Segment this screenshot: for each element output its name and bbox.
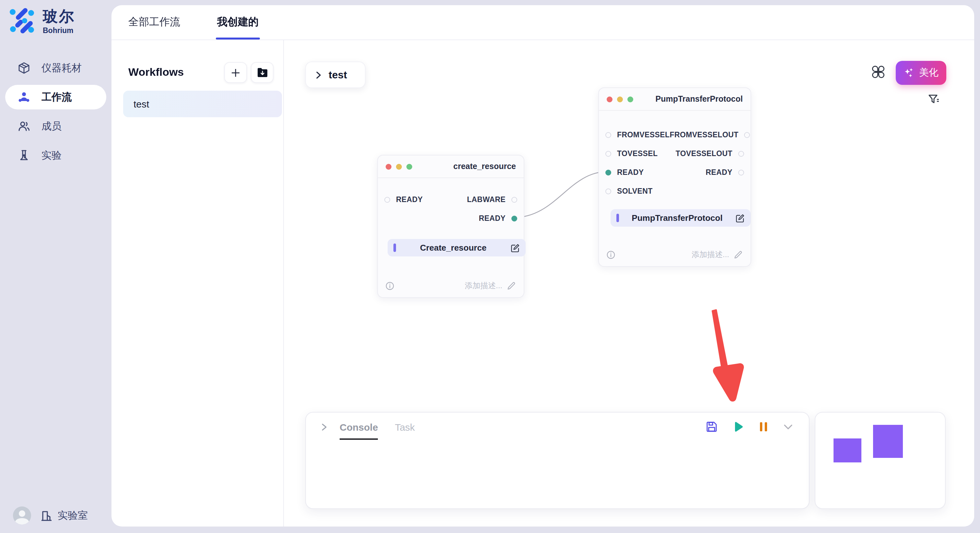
sparkles-icon: [904, 67, 915, 78]
sidebar-item-members[interactable]: 成员: [5, 114, 106, 139]
port-circle-connected[interactable]: [605, 169, 611, 175]
console-panel: Console Task: [305, 412, 810, 509]
pause-button[interactable]: [759, 422, 768, 432]
traffic-red-dot: [607, 96, 612, 102]
node-action-label: PumpTransferProtocol: [619, 213, 736, 223]
workflow-person-icon: [18, 90, 30, 104]
node-pump-transfer-protocol[interactable]: PumpTransferProtocol FROMVESSEL FROMVESS…: [598, 87, 751, 267]
pencil-icon: [734, 251, 742, 259]
workflow-canvas[interactable]: test 美化: [284, 40, 974, 527]
plus-icon: [231, 68, 240, 78]
add-workflow-button[interactable]: [224, 62, 247, 83]
port-circle[interactable]: [605, 132, 611, 138]
console-output-area[interactable]: [306, 441, 809, 508]
port-tovessel-in[interactable]: TOVESSEL: [605, 150, 658, 157]
bohrium-logo-icon: [9, 8, 35, 34]
port-circle[interactable]: [605, 188, 611, 194]
port-fromvessel-in[interactable]: FROMVESSEL: [605, 131, 670, 139]
add-description[interactable]: 添加描述...: [692, 249, 742, 260]
sidebar-menu: 仪器耗材 工作流: [5, 56, 106, 168]
port-circle[interactable]: [511, 197, 517, 202]
sidebar: 玻尔 Bohrium 仪器耗材: [0, 0, 111, 533]
members-icon: [18, 120, 30, 133]
edit-square-icon[interactable]: [511, 243, 520, 252]
info-icon[interactable]: [386, 282, 394, 290]
add-description[interactable]: 添加描述...: [465, 281, 515, 292]
minimap[interactable]: [815, 412, 946, 509]
text-caret: [393, 244, 396, 252]
play-icon: [732, 421, 744, 433]
minimap-node-pump-transfer: [873, 425, 903, 458]
command-palette-button[interactable]: [871, 65, 885, 79]
chevron-right-icon: [314, 71, 322, 79]
lab-switcher[interactable]: 实验室: [40, 509, 88, 522]
clover-command-icon: [871, 65, 885, 79]
save-button[interactable]: [706, 421, 718, 433]
node-title: PumpTransferProtocol: [655, 95, 743, 104]
info-icon[interactable]: [607, 251, 615, 259]
port-labware-out[interactable]: LABWARE: [467, 195, 517, 203]
port-ready-in[interactable]: READY: [605, 168, 644, 176]
description-placeholder: 添加描述...: [692, 249, 729, 260]
import-workflow-button[interactable]: [251, 62, 274, 83]
minimap-node-create-resource: [834, 438, 861, 462]
node-header: PumpTransferProtocol: [599, 88, 751, 111]
brand-name-zh: 玻尔: [43, 9, 75, 24]
node-create-resource[interactable]: create_resource READY LABWARE: [377, 155, 524, 298]
node-action-button[interactable]: Create_resource: [388, 239, 526, 257]
traffic-green-dot: [627, 96, 633, 102]
port-circle-connected[interactable]: [511, 215, 517, 221]
pencil-icon: [507, 282, 515, 290]
port-circle[interactable]: [738, 169, 744, 175]
workflow-list-item-test[interactable]: test: [123, 90, 282, 117]
folder-import-icon: [256, 67, 268, 78]
text-caret: [616, 214, 619, 222]
tab-console[interactable]: Console: [340, 414, 378, 440]
brand: 玻尔 Bohrium: [9, 8, 75, 35]
node-action-button[interactable]: PumpTransferProtocol: [611, 209, 751, 227]
port-circle[interactable]: [605, 151, 611, 156]
brand-name-en: Bohrium: [43, 27, 75, 35]
filter-button[interactable]: [928, 93, 940, 106]
collapse-console-button[interactable]: [783, 422, 793, 432]
tab-task[interactable]: Task: [395, 414, 415, 440]
port-ready-in[interactable]: READY: [384, 195, 423, 203]
tab-all-workflows[interactable]: 全部工作流: [128, 5, 180, 40]
filter-funnel-icon: [928, 93, 940, 106]
console-expand-button[interactable]: [320, 423, 328, 431]
sidebar-footer: 实验室: [13, 506, 88, 525]
node-title: create_resource: [453, 162, 516, 171]
sidebar-item-label: 成员: [41, 119, 62, 133]
tab-my-created[interactable]: 我创建的: [217, 5, 259, 40]
breadcrumb[interactable]: test: [305, 62, 366, 88]
sidebar-item-experiment[interactable]: 实验: [5, 143, 106, 168]
port-fromvesselout-out[interactable]: FROMVESSELOUT: [670, 131, 750, 139]
port-ready-out[interactable]: READY: [479, 214, 517, 222]
node-header: create_resource: [378, 155, 524, 178]
app-window: 玻尔 Bohrium 仪器耗材: [0, 0, 980, 533]
port-circle[interactable]: [738, 151, 744, 156]
avatar[interactable]: [13, 506, 31, 525]
sidebar-item-label: 工作流: [41, 90, 72, 104]
node-footer: 添加描述...: [607, 249, 742, 260]
port-ready-out[interactable]: READY: [705, 168, 744, 176]
lab-label: 实验室: [58, 509, 88, 522]
port-circle[interactable]: [745, 132, 750, 138]
sidebar-item-workflow[interactable]: 工作流: [5, 85, 106, 109]
port-tovesselout-out[interactable]: TOVESSELOUT: [676, 150, 744, 157]
beautify-label: 美化: [919, 67, 939, 79]
node-action-label: Create_resource: [396, 243, 511, 252]
beautify-button[interactable]: 美化: [896, 61, 946, 85]
building-icon: [40, 509, 52, 522]
port-solvent-in[interactable]: SOLVENT: [605, 187, 653, 195]
edit-square-icon[interactable]: [736, 213, 745, 222]
traffic-yellow-dot: [396, 163, 402, 169]
run-button[interactable]: [732, 421, 744, 433]
port-circle[interactable]: [384, 197, 390, 202]
console-toolbar: Console Task: [306, 412, 809, 441]
workflows-panel: Workflows: [111, 40, 284, 527]
main-card: 全部工作流 我创建的 Workflows: [111, 5, 974, 527]
active-tab-underline: [216, 38, 260, 40]
workflows-title: Workflows: [128, 66, 184, 79]
sidebar-item-instruments[interactable]: 仪器耗材: [5, 56, 106, 80]
